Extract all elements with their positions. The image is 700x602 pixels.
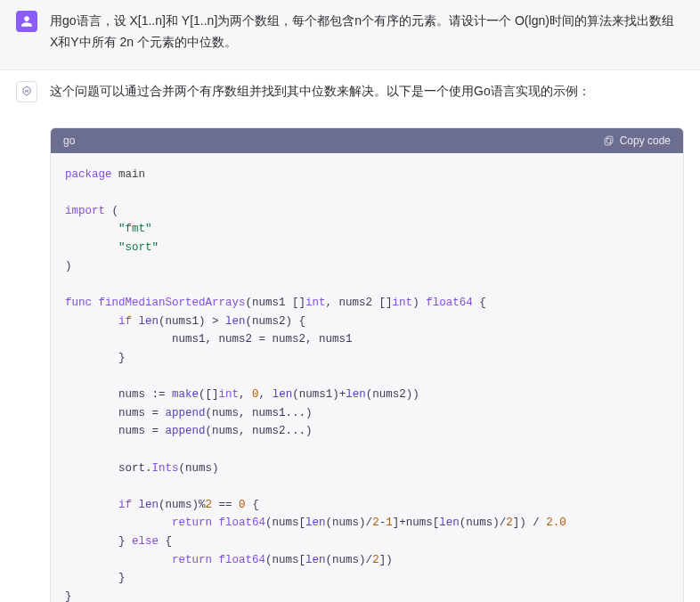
user-avatar: [16, 11, 37, 32]
assistant-message-text: 这个问题可以通过合并两个有序数组并找到其中位数来解决。以下是一个使用Go语言实现…: [50, 81, 684, 102]
copy-code-label: Copy code: [620, 134, 671, 147]
assistant-header: 这个问题可以通过合并两个有序数组并找到其中位数来解决。以下是一个使用Go语言实现…: [16, 81, 684, 102]
assistant-avatar: [16, 81, 37, 102]
code-language-label: go: [63, 134, 75, 147]
code-content[interactable]: package main import ( "fmt" "sort" ) fun…: [51, 153, 683, 602]
user-message-row: 用go语言，设 X[1..n]和 Y[1..n]为两个数组，每个都包含n个有序的…: [0, 0, 700, 69]
person-icon: [20, 15, 33, 28]
clipboard-icon: [603, 134, 615, 146]
bot-logo-icon: [20, 85, 34, 99]
code-block: go Copy code package main import ( "fmt"…: [50, 127, 684, 602]
code-header: go Copy code: [51, 128, 683, 153]
svg-rect-1: [605, 138, 611, 145]
user-message-text: 用go语言，设 X[1..n]和 Y[1..n]为两个数组，每个都包含n个有序的…: [50, 11, 684, 53]
assistant-message-row: 这个问题可以通过合并两个有序数组并找到其中位数来解决。以下是一个使用Go语言实现…: [0, 69, 700, 602]
copy-code-button[interactable]: Copy code: [603, 134, 671, 147]
svg-rect-0: [606, 136, 613, 143]
